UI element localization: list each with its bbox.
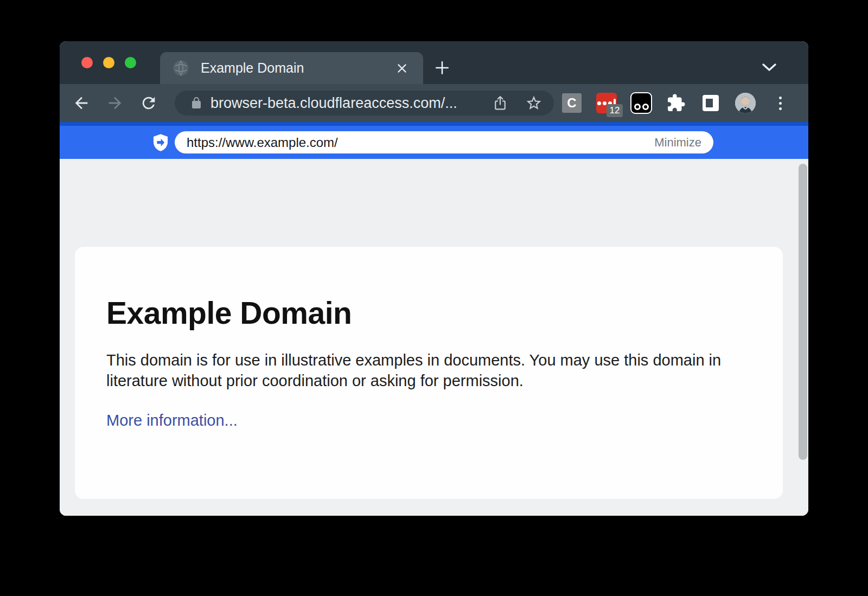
reload-button[interactable] [139, 93, 158, 113]
extension-c-button[interactable]: C [561, 91, 583, 115]
avatar [735, 93, 756, 113]
bookmark-button[interactable] [525, 94, 543, 112]
remote-browser-bar: https://www.example.com/ Minimize [60, 122, 808, 159]
puzzle-icon [666, 93, 686, 113]
page-title: Example Domain [106, 294, 751, 331]
lock-icon [190, 97, 203, 110]
back-button[interactable] [72, 93, 91, 113]
extension-goggles-button[interactable] [630, 91, 652, 115]
extensions-row: C 12 [561, 84, 791, 122]
share-button[interactable] [491, 94, 509, 112]
browser-menu-button[interactable] [769, 91, 791, 115]
minimize-bar-button[interactable]: Minimize [654, 136, 701, 150]
c-extension-icon: C [562, 93, 582, 113]
browser-tab[interactable]: Example Domain [160, 52, 423, 84]
tab-search-button[interactable] [758, 59, 780, 76]
remote-url-text: https://www.example.com/ [187, 135, 654, 150]
plus-icon [435, 60, 450, 75]
extension-password-button[interactable]: 12 [596, 91, 617, 115]
tab-strip: Example Domain [60, 41, 808, 84]
address-bar[interactable]: browser-beta.cloudflareaccess.com/... [175, 91, 554, 116]
globe-favicon-icon [173, 60, 189, 76]
page-paragraph: This domain is for use in illustrative e… [106, 350, 736, 391]
chevron-down-icon [762, 63, 777, 72]
scrollbar-thumb[interactable] [799, 164, 807, 460]
minimize-window-button[interactable] [103, 57, 114, 68]
extension-badge: 12 [607, 104, 623, 117]
address-url-text: browser-beta.cloudflareaccess.com/... [210, 95, 491, 112]
profile-avatar-button[interactable] [735, 91, 756, 115]
close-tab-button[interactable] [394, 60, 410, 76]
content-card: Example Domain This domain is for use in… [75, 247, 783, 499]
forward-button[interactable] [105, 93, 125, 113]
shield-icon [152, 133, 169, 152]
browser-toolbar: browser-beta.cloudflareaccess.com/... [60, 84, 808, 122]
kebab-menu-icon [779, 97, 782, 110]
star-icon [525, 94, 542, 112]
goggles-icon [630, 92, 652, 114]
more-information-link[interactable]: More information... [106, 412, 238, 430]
new-tab-button[interactable] [431, 56, 454, 79]
close-window-button[interactable] [81, 57, 93, 68]
tab-title: Example Domain [201, 60, 394, 76]
share-icon [492, 95, 508, 111]
arrow-left-icon [72, 94, 91, 112]
extensions-menu-button[interactable] [665, 91, 687, 115]
side-panel-icon [703, 95, 719, 111]
side-panel-button[interactable] [700, 91, 722, 115]
arrow-right-icon [106, 94, 124, 112]
reload-icon [139, 94, 158, 112]
zoom-window-button[interactable] [125, 57, 136, 68]
remote-url-bar[interactable]: https://www.example.com/ Minimize [175, 131, 713, 153]
page-viewport: Example Domain This domain is for use in… [60, 159, 808, 516]
browser-window: Example Domain [60, 41, 808, 516]
traffic-lights [81, 57, 136, 68]
